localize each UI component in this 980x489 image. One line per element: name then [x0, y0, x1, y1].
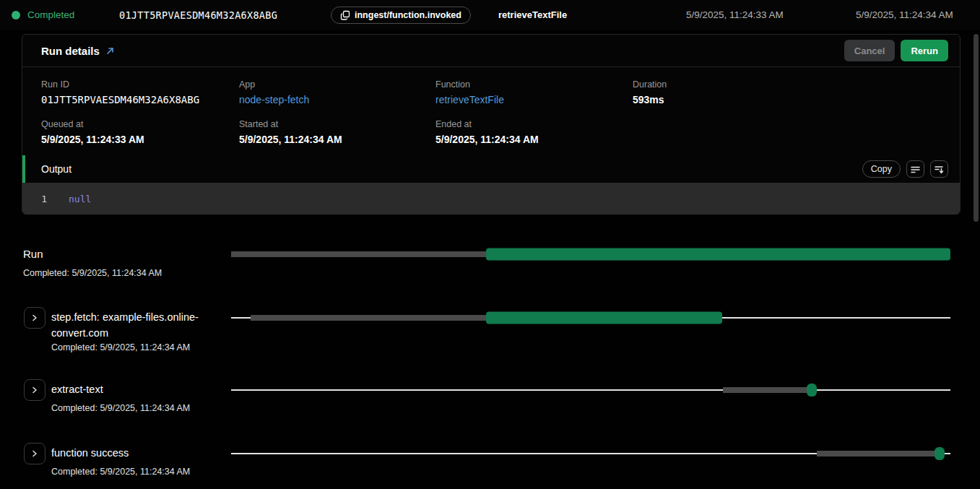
timeline-segment-active	[486, 248, 950, 261]
copy-button[interactable]: Copy	[862, 160, 901, 178]
field-label: Run ID	[41, 79, 239, 90]
topbar-ended-time: 5/9/2025, 11:24:34 AM	[856, 9, 953, 20]
code-line-number: 1	[22, 194, 47, 204]
timeline-segment-dot	[807, 384, 817, 397]
field-label: Function	[435, 79, 633, 90]
timeline-segment-line	[231, 453, 817, 454]
field-value: 5/9/2025, 11:24:33 AM	[41, 134, 239, 145]
timeline-segment-line	[945, 453, 950, 454]
timeline-row-extract-text: extract-text Completed: 5/9/2025, 11:24:…	[0, 378, 980, 422]
expand-step-button[interactable]	[24, 443, 45, 464]
field-label: Queued at	[41, 119, 239, 129]
field-label: Started at	[239, 119, 435, 129]
timeline-row-text: Run Completed: 5/9/2025, 11:24:34 AM	[23, 246, 240, 279]
chevron-right-icon	[30, 386, 39, 394]
timeline-track	[231, 306, 950, 329]
timeline-segment-active	[486, 312, 722, 324]
timeline-row-title: Run	[23, 246, 240, 262]
timeline-segment-track	[251, 315, 486, 321]
timeline-row-completed: Completed: 5/9/2025, 11:24:34 AM	[51, 467, 268, 477]
external-link-icon[interactable]	[105, 46, 115, 56]
field-label: Duration	[633, 79, 960, 90]
timeline-segment-track	[231, 251, 486, 257]
field-run-id: Run ID 01JTT5RPVAESDM46M32A6X8ABG	[41, 79, 239, 105]
expand-step-button[interactable]	[24, 379, 45, 401]
run-details-panel: Run details Cancel Rerun Run ID 01JTT5RP…	[22, 34, 961, 215]
align-left-icon	[910, 164, 921, 175]
expand-output-button[interactable]	[930, 160, 948, 178]
field-duration: Duration 593ms	[633, 79, 960, 105]
topbar-run-id: 01JTT5RPVAESDM46M32A6X8ABG	[119, 9, 277, 21]
function-link[interactable]: retrieveTextFile	[435, 94, 633, 105]
timeline-segment-track	[817, 451, 935, 456]
field-queued-at: Queued at 5/9/2025, 11:24:33 AM	[41, 119, 239, 145]
field-value: 01JTT5RPVAESDM46M32A6X8ABG	[41, 94, 239, 105]
status-label: Completed	[27, 9, 74, 20]
wrap-text-button[interactable]	[906, 160, 924, 178]
timeline-track	[231, 378, 950, 402]
status-dot-icon	[12, 11, 20, 20]
run-details-header: Run details Cancel Rerun	[22, 35, 960, 67]
expand-step-button[interactable]	[24, 307, 45, 329]
chevron-right-icon	[30, 313, 39, 322]
timeline-segment-dot	[935, 447, 945, 460]
field-started-at: Started at 5/9/2025, 11:24:34 AM	[239, 119, 435, 145]
panel-title: Run details	[41, 45, 115, 57]
topbar-queued-time: 5/9/2025, 11:24:33 AM	[686, 9, 784, 20]
output-actions: Copy	[862, 160, 948, 178]
code-text: null	[69, 194, 91, 204]
field-value: 5/9/2025, 11:24:34 AM	[239, 134, 435, 145]
output-section-header: Output Copy	[22, 155, 960, 183]
output-accent-bar	[22, 155, 25, 183]
field-value: 5/9/2025, 11:24:34 AM	[435, 134, 633, 145]
field-app: App node-step-fetch	[239, 79, 435, 105]
field-function: Function retrieveTextFile	[435, 79, 633, 105]
timeline-row-completed: Completed: 5/9/2025, 11:24:34 AM	[51, 342, 221, 353]
timeline-row-function-success: function success Completed: 5/9/2025, 11…	[0, 442, 980, 485]
panel-title-label: Run details	[41, 45, 100, 57]
timeline-row-completed: Completed: 5/9/2025, 11:24:34 AM	[23, 268, 240, 279]
timeline-row-step-fetch: step.fetch: example-files.online-convert…	[0, 306, 980, 357]
run-details-grid: Run ID 01JTT5RPVAESDM46M32A6X8ABG App no…	[22, 68, 960, 145]
timeline-segment-line	[817, 389, 950, 391]
app-link[interactable]: node-step-fetch	[239, 94, 435, 105]
output-code-block[interactable]: 1 null	[22, 183, 960, 215]
timeline-row-title: step.fetch: example-files.online-convert…	[51, 309, 221, 341]
timeline-segment-line	[722, 317, 950, 319]
timeline-row-run: Run Completed: 5/9/2025, 11:24:34 AM	[0, 243, 980, 287]
timeline-segment-track	[723, 387, 809, 393]
timeline-segment-line	[231, 317, 251, 319]
top-status-bar: Completed 01JTT5RPVAESDM46M32A6X8ABG inn…	[0, 0, 980, 30]
copy-icon	[340, 10, 350, 20]
scrollbar-thumb[interactable]	[974, 34, 979, 222]
timeline-segment-line	[231, 389, 723, 391]
rerun-button[interactable]: Rerun	[901, 40, 948, 61]
event-badge[interactable]: inngest/function.invoked	[331, 7, 471, 24]
topbar-function-name: retrieveTextFile	[498, 9, 567, 20]
timeline-track	[231, 442, 950, 465]
sort-descending-icon	[934, 164, 945, 175]
timeline-track	[231, 243, 950, 266]
chevron-right-icon	[30, 449, 39, 458]
event-badge-label: inngest/function.invoked	[355, 10, 461, 20]
field-value: 593ms	[633, 94, 960, 105]
cancel-button[interactable]: Cancel	[844, 40, 896, 61]
timeline-row-completed: Completed: 5/9/2025, 11:24:34 AM	[51, 403, 268, 414]
field-label: App	[239, 79, 435, 90]
panel-actions: Cancel Rerun	[844, 40, 948, 61]
output-title: Output	[41, 163, 71, 175]
timeline-row-text: step.fetch: example-files.online-convert…	[51, 309, 221, 353]
field-label: Ended at	[435, 119, 633, 129]
field-ended-at: Ended at 5/9/2025, 11:24:34 AM	[435, 119, 633, 145]
